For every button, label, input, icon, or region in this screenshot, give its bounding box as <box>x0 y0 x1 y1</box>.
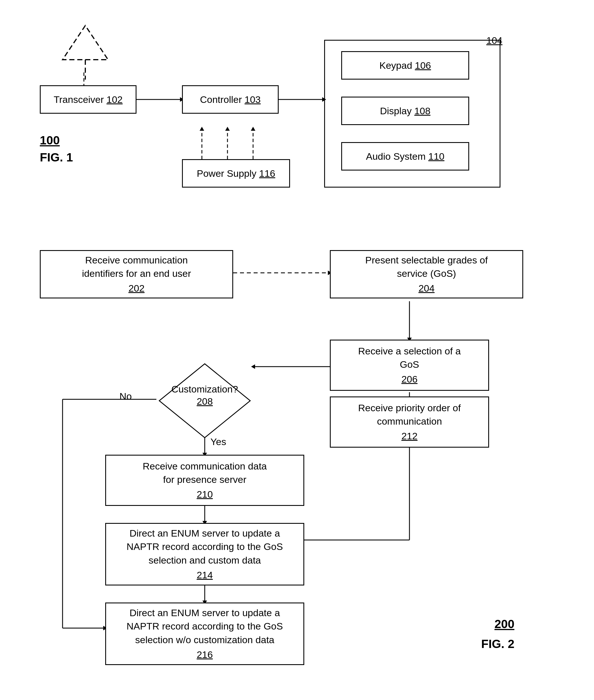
antenna-icon <box>57 23 114 82</box>
box-202: Receive communication identifiers for an… <box>40 250 233 299</box>
controller-label: Controller <box>200 94 242 105</box>
keypad-num: 106 <box>415 60 431 71</box>
power-box: Power Supply 116 <box>182 159 290 187</box>
power-num: 116 <box>259 168 275 179</box>
display-box: Display 108 <box>341 97 469 125</box>
box-212: Receive priority order of communication … <box>330 396 489 448</box>
svg-marker-8 <box>225 127 230 131</box>
diamond208-label: Customization? <box>156 384 253 395</box>
box-204: Present selectable grades of service (Go… <box>330 250 523 299</box>
audio-label: Audio System <box>366 151 426 162</box>
box204-label: Present selectable grades of service (Go… <box>365 253 488 281</box>
fig2-title: FIG. 2 <box>481 637 515 651</box>
audio-box: Audio System 110 <box>341 142 469 171</box>
diamond-208: Customization? 208 <box>156 361 253 441</box>
box212-num: 212 <box>401 430 418 442</box>
transceiver-num: 102 <box>107 94 123 105</box>
no-label: No <box>120 391 132 402</box>
box204-num: 204 <box>419 283 435 293</box>
box202-label: Receive communication identifiers for an… <box>82 253 191 281</box>
box206-label: Receive a selection of a GoS <box>358 345 461 372</box>
yes-label: Yes <box>210 436 226 447</box>
box-210: Receive communication data for presence … <box>105 455 304 506</box>
box210-num: 210 <box>197 489 213 500</box>
transceiver-label: Transceiver <box>54 94 104 105</box>
fig2-200-label: 200 <box>494 617 515 631</box>
display-num: 108 <box>414 105 430 116</box>
box214-num: 214 <box>197 569 213 580</box>
display-label: Display <box>380 105 411 116</box>
audio-num: 110 <box>428 151 444 162</box>
fig2-diagram: Receive communication identifiers for an… <box>23 239 571 688</box>
fig1-diagram: Transceiver 102 Controller 103 104 Keypa… <box>23 17 571 216</box>
box-216: Direct an ENUM server to update a NAPTR … <box>105 602 304 665</box>
box214-label: Direct an ENUM server to update a NAPTR … <box>127 527 283 567</box>
box-206: Receive a selection of a GoS 206 <box>330 340 489 391</box>
device-group-num: 104 <box>486 35 502 46</box>
fig1-100-label: 100 <box>40 134 60 147</box>
box210-label: Receive communication data for presence … <box>143 460 267 487</box>
controller-box: Controller 103 <box>182 85 279 114</box>
keypad-label: Keypad <box>379 60 412 71</box>
box216-num: 216 <box>197 649 213 660</box>
keypad-box: Keypad 106 <box>341 51 469 79</box>
svg-marker-10 <box>251 127 255 131</box>
svg-marker-11 <box>63 26 108 60</box>
page: Transceiver 102 Controller 103 104 Keypa… <box>0 0 594 700</box>
power-label: Power Supply <box>197 168 257 179</box>
box202-num: 202 <box>129 283 145 293</box>
fig1-title: FIG. 1 <box>40 151 73 164</box>
box212-label: Receive priority order of communication <box>358 401 461 428</box>
box206-num: 206 <box>401 374 418 385</box>
svg-marker-6 <box>200 127 204 131</box>
transceiver-box: Transceiver 102 <box>40 85 136 114</box>
diamond208-num: 208 <box>197 396 213 407</box>
controller-num: 103 <box>244 94 261 105</box>
box216-label: Direct an ENUM server to update a NAPTR … <box>127 606 283 647</box>
box-214: Direct an ENUM server to update a NAPTR … <box>105 523 304 586</box>
